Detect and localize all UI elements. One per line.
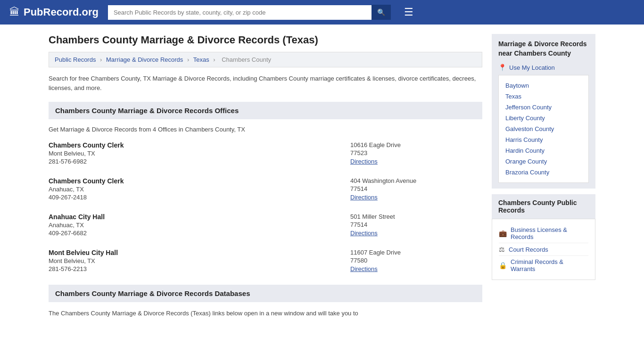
court-records-link[interactable]: ⚖ Court Records — [499, 243, 588, 256]
directions-link[interactable]: Directions — [350, 194, 378, 201]
court-label: Court Records — [509, 246, 548, 253]
page-container: Chambers County Marriage & Divorce Recor… — [39, 25, 605, 337]
directions-link[interactable]: Directions — [350, 230, 378, 237]
office-city: Anahuac, TX — [49, 186, 341, 193]
office-address: 501 Miller Street — [350, 213, 482, 220]
office-city: Mont Belvieu, TX — [49, 150, 341, 157]
office-city: Mont Belvieu, TX — [49, 257, 341, 264]
logo[interactable]: 🏛 PubRecord.org — [9, 6, 99, 18]
office-name: Mont Belvieu City Hall — [49, 249, 341, 256]
menu-icon: ☰ — [404, 6, 413, 18]
office-entry: Anahuac City Hall Anahuac, TX 409-267-66… — [49, 213, 482, 238]
directions-link[interactable]: Directions — [350, 265, 378, 272]
breadcrumb-public-records[interactable]: Public Records — [55, 56, 96, 63]
logo-text: PubRecord.org — [24, 6, 99, 18]
office-count: Get Marriage & Divorce Records from 4 Of… — [49, 126, 482, 133]
location-icon: 📍 — [498, 64, 506, 71]
sidebar-link-brazoria[interactable]: Brazoria County — [505, 167, 582, 178]
office-address: 10616 Eagle Drive — [350, 141, 482, 148]
sidebar-link-harris[interactable]: Harris County — [505, 134, 582, 145]
office-zip: 77514 — [350, 185, 482, 192]
directions-link[interactable]: Directions — [350, 158, 378, 165]
office-zip: 77514 — [350, 221, 482, 228]
office-city: Anahuac, TX — [49, 222, 341, 229]
sidebar-link-orange[interactable]: Orange County — [505, 156, 582, 167]
breadcrumb-texas[interactable]: Texas — [193, 56, 209, 63]
office-address: 404 Washington Avenue — [350, 177, 482, 184]
public-records-box: 💼 Business Licenses & Records ⚖ Court Re… — [492, 219, 595, 280]
office-address: 11607 Eagle Drive — [350, 249, 482, 256]
breadcrumb-county: Chambers County — [222, 56, 271, 63]
search-icon: 🔍 — [377, 8, 385, 16]
office-zip: 77523 — [350, 149, 482, 156]
sidebar-link-liberty[interactable]: Liberty County — [505, 113, 582, 123]
near-links-box: Baytown Texas Jefferson County Liberty C… — [498, 75, 589, 183]
office-name: Chambers County Clerk — [49, 177, 341, 185]
office-phone: 409-267-6682 — [49, 230, 341, 237]
office-name: Chambers County Clerk — [49, 141, 341, 149]
databases-description: The Chambers County Marriage & Divorce R… — [49, 309, 482, 318]
search-button[interactable]: 🔍 — [372, 5, 391, 20]
sidebar-link-galveston[interactable]: Galveston County — [505, 123, 582, 134]
sidebar-link-jefferson[interactable]: Jefferson County — [505, 102, 582, 113]
page-description: Search for free Chambers County, TX Marr… — [49, 74, 482, 92]
page-title: Chambers County Marriage & Divorce Recor… — [49, 34, 482, 46]
header: 🏛 PubRecord.org 🔍 ☰ — [0, 0, 644, 25]
office-entry: Chambers County Clerk Mont Belvieu, TX 2… — [49, 141, 482, 166]
office-phone: 409-267-2418 — [49, 194, 341, 201]
sidebar-near-box: Marriage & Divorce Records near Chambers… — [492, 34, 595, 189]
criminal-records-link[interactable]: 🔒 Criminal Records & Warrants — [499, 256, 588, 275]
business-label: Business Licenses & Records — [511, 226, 588, 240]
business-licenses-link[interactable]: 💼 Business Licenses & Records — [499, 224, 588, 243]
court-icon: ⚖ — [499, 246, 505, 253]
breadcrumb-marriage-divorce[interactable]: Marriage & Divorce Records — [106, 56, 183, 63]
logo-icon: 🏛 — [9, 6, 20, 18]
sidebar-link-baytown[interactable]: Baytown — [505, 80, 582, 91]
menu-button[interactable]: ☰ — [404, 6, 413, 18]
criminal-label: Criminal Records & Warrants — [511, 258, 588, 272]
sidebar: Marriage & Divorce Records near Chambers… — [492, 34, 595, 328]
use-my-location-label: Use My Location — [509, 64, 555, 71]
search-input[interactable] — [108, 5, 372, 20]
business-icon: 💼 — [499, 230, 507, 237]
sidebar-link-texas[interactable]: Texas — [505, 91, 582, 102]
sidebar-link-hardin[interactable]: Hardin County — [505, 145, 582, 156]
sidebar-near-title: Marriage & Divorce Records near Chambers… — [498, 40, 589, 58]
office-phone: 281-576-2213 — [49, 265, 341, 272]
use-my-location-link[interactable]: 📍 Use My Location — [498, 64, 589, 71]
office-name: Anahuac City Hall — [49, 213, 341, 221]
search-bar: 🔍 — [108, 5, 391, 20]
public-records-title: Chambers County Public Records — [492, 194, 595, 219]
databases-section-header: Chambers County Marriage & Divorce Recor… — [49, 285, 482, 302]
offices-section-header: Chambers County Marriage & Divorce Recor… — [49, 102, 482, 119]
breadcrumb: Public Records › Marriage & Divorce Reco… — [49, 52, 482, 67]
office-zip: 77580 — [350, 257, 482, 264]
office-entry: Mont Belvieu City Hall Mont Belvieu, TX … — [49, 249, 482, 273]
office-entry: Chambers County Clerk Anahuac, TX 409-26… — [49, 177, 482, 202]
main-content: Chambers County Marriage & Divorce Recor… — [49, 34, 482, 328]
criminal-icon: 🔒 — [499, 262, 507, 269]
office-phone: 281-576-6982 — [49, 158, 341, 165]
